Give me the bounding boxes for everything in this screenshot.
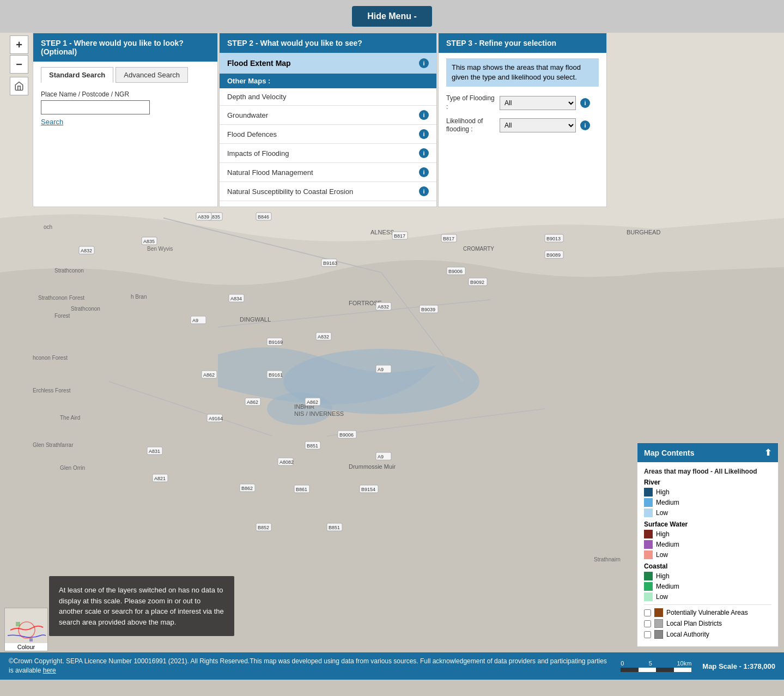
scale-bar: 0 5 10km [621,660,691,672]
map-item-flood-defences[interactable]: Flood Defences i [220,125,436,144]
surface-water-medium-label: Medium [656,541,679,548]
likelihood-flooding-select[interactable]: All High Medium Low [500,118,576,132]
scale-seg-4 [674,668,692,672]
svg-text:B9169: B9169 [269,340,283,345]
coastal-low-item: Low [644,592,771,601]
type-flooding-row: Type of Flooding : All River Surface Wat… [446,94,599,111]
home-button[interactable] [10,77,28,95]
svg-text:The Aird: The Aird [60,415,80,421]
step3-description: This map shows the areas that may flood … [446,58,599,87]
mini-map-label[interactable]: Colour [4,643,48,651]
likelihood-flooding-label: Likelihood of flooding : [446,117,495,134]
map-item-label: Flood Defences [227,130,277,138]
svg-text:Erchless Forest: Erchless Forest [33,388,71,394]
copyright-text: ©Crown Copyright. SEPA Licence Number 10… [9,657,607,674]
lpd-color [654,619,663,628]
pva-item: Potentially Vulnerable Areas [644,608,771,617]
svg-text:Strathnairn: Strathnairn [594,556,621,562]
tab-advanced-search[interactable]: Advanced Search [116,67,188,83]
lpd-checkbox[interactable] [644,620,651,627]
lpd-item: Local Plan Districts [644,619,771,628]
svg-text:B817: B817 [394,233,405,239]
svg-text:B9089: B9089 [546,252,561,258]
map-item-label: Depth and Velocity [227,93,286,101]
map-contents-body: Areas that may flood - All Likelihood Ri… [637,462,778,646]
map-item-depth-velocity[interactable]: Depth and Velocity [220,88,436,106]
map-contents-title: Map Contents [644,449,695,457]
svg-text:B851: B851 [307,443,318,449]
svg-text:Forest: Forest [54,313,70,319]
map-item-coastal-erosion[interactable]: Natural Susceptibility to Coastal Erosio… [220,182,436,201]
svg-text:B861: B861 [296,487,307,492]
svg-text:A862: A862 [247,400,258,405]
zoom-in-button[interactable]: + [10,35,28,54]
la-checkbox[interactable] [644,631,651,638]
map-contents-area-title: Areas that may flood - All Likelihood [644,468,771,475]
search-input[interactable] [41,100,150,114]
svg-text:A9164: A9164 [209,416,223,421]
zoom-out-button[interactable]: − [10,55,28,74]
footer-copyright: ©Crown Copyright. SEPA Licence Number 10… [9,657,610,675]
surface-water-low-item: Low [644,550,771,559]
tab-standard-search[interactable]: Standard Search [41,67,113,83]
map-item-natural-flood-management[interactable]: Natural Flood Management i [220,163,436,182]
natural-flood-info-icon[interactable]: i [419,167,429,177]
impacts-flooding-info-icon[interactable]: i [419,148,429,158]
pva-color [654,608,663,617]
likelihood-info-icon[interactable]: i [580,120,590,130]
river-low-item: Low [644,509,771,517]
svg-text:hconon Forest: hconon Forest [33,355,68,361]
river-high-label: High [656,488,670,496]
svg-text:A835: A835 [143,239,155,244]
notification-box: At least one of the layers switched on h… [49,576,234,636]
coastal-erosion-info-icon[interactable]: i [419,186,429,196]
map-item-groundwater[interactable]: Groundwater i [220,106,436,125]
pva-checkbox[interactable] [644,609,651,616]
flood-extent-info-icon[interactable]: i [419,58,429,68]
svg-text:Strathconon: Strathconon [54,268,84,274]
type-flooding-select[interactable]: All River Surface Water Coastal [500,96,576,110]
here-link[interactable]: here [43,667,56,674]
notification-text: At least one of the layers switched on h… [59,586,224,626]
mc-divider [644,604,771,605]
groundwater-info-icon[interactable]: i [419,110,429,120]
hide-menu-button[interactable]: Hide Menu - [352,6,432,27]
map-contents-collapse-icon[interactable]: ⬆ [764,447,771,458]
main-panel: STEP 1 - Where would you like to look? (… [33,33,784,207]
map-item-label: Natural Flood Management [227,168,313,177]
river-category-label: River [644,479,771,486]
surface-water-medium-item: Medium [644,540,771,549]
map-item-impacts-flooding[interactable]: Impacts of Flooding i [220,144,436,163]
pva-label: Potentially Vulnerable Areas [666,609,748,616]
surface-water-low-color [644,550,653,559]
type-flooding-info-icon[interactable]: i [580,98,590,108]
svg-text:A9: A9 [192,318,198,323]
svg-text:BURGHEAD: BURGHEAD [627,229,660,235]
map-item-label: Natural Susceptibility to Coastal Erosio… [227,187,353,196]
surface-water-medium-color [644,540,653,549]
coastal-high-label: High [656,572,670,580]
scale-seg-2 [639,668,657,672]
svg-text:ALNESS: ALNESS [370,229,394,235]
flood-defences-info-icon[interactable]: i [419,129,429,139]
svg-text:och: och [44,224,52,230]
svg-text:A832: A832 [81,248,92,253]
svg-text:Glen Orrin: Glen Orrin [60,465,85,471]
search-link[interactable]: Search [41,118,63,126]
river-low-color [644,509,653,517]
river-medium-label: Medium [656,499,679,506]
flood-extent-map-item[interactable]: Flood Extent Map i [220,53,436,74]
footer-bar: ©Crown Copyright. SEPA Licence Number 10… [0,652,784,680]
svg-text:B862: B862 [241,486,253,491]
surface-water-high-item: High [644,530,771,538]
river-high-item: High [644,488,771,497]
step2-panel: STEP 2 - What would you like to see? Flo… [219,33,437,207]
surface-water-high-label: High [656,530,670,538]
coastal-high-color [644,572,653,580]
svg-text:B852: B852 [258,525,269,530]
surface-water-high-color [644,530,653,538]
step1-panel: STEP 1 - Where would you like to look? (… [33,33,218,207]
svg-text:Strathconon Forest: Strathconon Forest [38,295,84,301]
svg-text:A832: A832 [378,304,389,310]
svg-text:B851: B851 [329,525,340,530]
